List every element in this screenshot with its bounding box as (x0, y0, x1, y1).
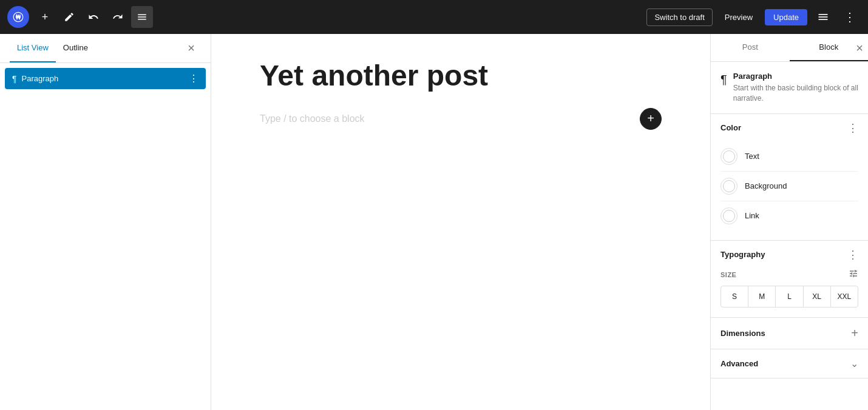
color-option-background[interactable]: Background (721, 172, 858, 201)
sidebar-item-paragraph[interactable]: ¶ Paragraph ⋮ (5, 68, 206, 89)
advanced-chevron-button[interactable]: ⌄ (850, 358, 858, 369)
advanced-section: Advanced ⌄ (711, 349, 868, 378)
svg-rect-2 (819, 19, 828, 20)
sidebar-left: List View Outline × ¶ Paragraph ⋮ (0, 34, 211, 410)
size-xxl-button[interactable]: XXL (831, 286, 858, 307)
typography-section-body: SIZE S M L XL XXL (711, 269, 868, 317)
tab-outline[interactable]: Outline (56, 34, 95, 62)
tab-post[interactable]: Post (711, 34, 790, 61)
edit-button[interactable] (58, 6, 80, 28)
typography-section-title: Typography (721, 250, 847, 259)
size-l-button[interactable]: L (776, 286, 803, 307)
color-section-header[interactable]: Color ⋮ (711, 114, 868, 142)
redo-button[interactable] (107, 6, 129, 28)
block-info-title: Paragraph (733, 72, 858, 81)
advanced-section-header[interactable]: Advanced ⌄ (711, 349, 868, 378)
color-section-body: Text Background Link (711, 142, 868, 240)
switch-to-draft-button[interactable]: Switch to draft (646, 8, 712, 26)
color-section: Color ⋮ Text Background (711, 114, 868, 241)
sidebar-close-button[interactable]: × (181, 39, 201, 58)
dimensions-section-title: Dimensions (721, 329, 851, 338)
dimensions-section: Dimensions + (711, 318, 868, 349)
wp-logo[interactable] (7, 6, 29, 28)
block-info: ¶ Paragraph Start with the basic buildin… (711, 62, 868, 114)
list-view-button[interactable] (131, 6, 153, 28)
right-panel-close-button[interactable]: × (856, 41, 863, 55)
preview-button[interactable]: Preview (717, 9, 760, 25)
size-s-button[interactable]: S (721, 286, 748, 307)
more-options-button[interactable]: ⋮ (839, 6, 861, 28)
sidebar-item-more-button[interactable]: ⋮ (189, 73, 198, 84)
size-xl-button[interactable]: XL (804, 286, 831, 307)
placeholder-text: Type / to choose a block (260, 113, 635, 124)
sidebar-tabs: List View Outline × (0, 34, 211, 63)
post-title[interactable]: Yet another post (260, 58, 662, 93)
tab-list-view[interactable]: List View (10, 34, 56, 62)
editor-placeholder[interactable]: Type / to choose a block + (260, 108, 662, 130)
color-section-options-button[interactable]: ⋮ (847, 121, 858, 135)
svg-rect-0 (819, 14, 828, 15)
color-text-circle-inner (723, 150, 735, 163)
undo-button[interactable] (83, 6, 104, 28)
color-text-label: Text (745, 152, 759, 161)
add-block-inline-button[interactable]: + (640, 108, 662, 130)
add-block-toolbar-button[interactable]: + (34, 6, 56, 28)
color-link-label: Link (745, 211, 759, 220)
size-slider-icon-button[interactable] (849, 269, 858, 281)
paragraph-icon: ¶ (12, 74, 17, 84)
block-info-description: Start with the basic building block of a… (733, 83, 858, 104)
toolbar-left: + (7, 6, 153, 28)
size-label: SIZE (721, 269, 858, 281)
editor-area[interactable]: Yet another post Type / to choose a bloc… (211, 34, 710, 410)
color-background-circle (721, 178, 737, 195)
advanced-section-title: Advanced (721, 359, 850, 368)
update-button[interactable]: Update (765, 9, 807, 25)
color-background-circle-inner (723, 180, 735, 192)
block-info-text: Paragraph Start with the basic building … (733, 72, 858, 104)
sidebar-items: ¶ Paragraph ⋮ (0, 63, 211, 94)
color-option-link[interactable]: Link (721, 201, 858, 230)
block-paragraph-icon: ¶ (721, 73, 727, 87)
color-link-circle-inner (723, 210, 735, 222)
settings-button[interactable] (812, 6, 834, 28)
toolbar: + Switch to draft Preview Update ⋮ (0, 0, 868, 34)
typography-section: Typography ⋮ SIZE S M L XL XXL (711, 241, 868, 318)
color-option-text[interactable]: Text (721, 142, 858, 172)
toolbar-right: Switch to draft Preview Update ⋮ (646, 6, 861, 28)
color-text-circle (721, 148, 737, 165)
typography-section-options-button[interactable]: ⋮ (847, 248, 858, 261)
svg-rect-1 (819, 16, 828, 18)
sidebar-item-label: Paragraph (22, 74, 184, 83)
sidebar-right: Post Block × ¶ Paragraph Start with the … (710, 34, 868, 410)
main-area: List View Outline × ¶ Paragraph ⋮ Yet an… (0, 34, 868, 410)
size-m-button[interactable]: M (748, 286, 776, 307)
typography-section-header[interactable]: Typography ⋮ (711, 241, 868, 269)
right-tabs: Post Block × (711, 34, 868, 62)
size-label-text: SIZE (721, 271, 736, 278)
color-section-title: Color (721, 123, 847, 132)
dimensions-add-button[interactable]: + (851, 326, 858, 340)
size-buttons: S M L XL XXL (721, 286, 858, 308)
dimensions-section-header[interactable]: Dimensions + (711, 318, 868, 349)
color-background-label: Background (745, 181, 787, 190)
color-link-circle (721, 207, 737, 224)
